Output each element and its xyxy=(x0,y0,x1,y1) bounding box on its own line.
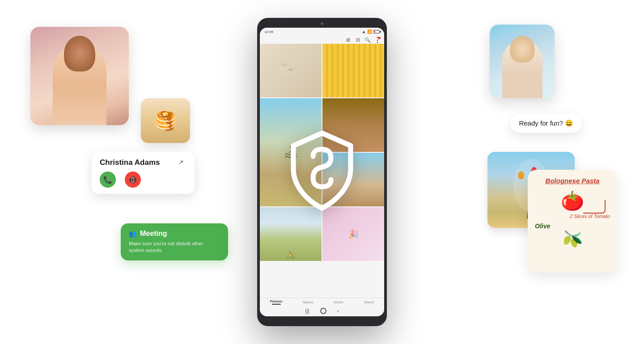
scene: 🥞 Christina Adams ↗ 📞 📵 👥 Meeting Make s… xyxy=(0,0,644,344)
tablet-camera xyxy=(321,22,323,25)
search-icon[interactable]: 🔍 xyxy=(364,37,371,43)
slideshow-icon[interactable]: ⊞ xyxy=(345,37,351,43)
accept-call-button[interactable]: 📞 xyxy=(100,172,116,188)
photo-cyclist[interactable]: 🚴 xyxy=(260,207,322,261)
signal-icon: 📶 xyxy=(367,29,372,34)
call-name: Christina Adams xyxy=(100,158,160,167)
recipe-title: Bolognese Pasta xyxy=(535,177,610,185)
tablet-device: 12:45 ▲ 📶 ⊞ ⊟ 🔍 ⋮ xyxy=(257,18,387,326)
wifi-icon: ▲ xyxy=(362,29,366,34)
tab-stories[interactable]: Stories xyxy=(334,301,343,304)
profile-photo-left xyxy=(30,27,129,125)
message-text: Ready for fun? 😄 xyxy=(519,119,573,127)
status-time: 12:45 xyxy=(264,30,273,34)
recents-nav-button[interactable]: ||| xyxy=(305,308,309,314)
photo-food[interactable]: ☕ xyxy=(260,44,322,97)
tab-albums[interactable]: Albums xyxy=(303,301,313,304)
status-bar: 12:45 ▲ 📶 xyxy=(260,28,384,36)
battery-icon xyxy=(373,30,380,34)
photo-friends-party[interactable]: 🎉 xyxy=(322,207,384,261)
tab-shared[interactable]: Shared xyxy=(364,301,374,304)
status-icons: ▲ 📶 xyxy=(362,29,380,34)
recipe-card: Bolognese Pasta 🍅 2 Slices of Tomato Oli… xyxy=(528,170,617,273)
knox-shield-svg xyxy=(286,128,358,213)
meeting-title: Meeting xyxy=(140,230,167,238)
call-notification: Christina Adams ↗ 📞 📵 xyxy=(92,152,195,194)
decline-call-button[interactable]: 📵 xyxy=(125,172,141,188)
meeting-notification: 👥 Meeting Make sure you're not disturb o… xyxy=(121,223,228,260)
back-nav-button[interactable]: ‹ xyxy=(337,308,339,314)
home-nav-button[interactable] xyxy=(320,308,326,314)
meeting-icon: 👥 xyxy=(129,230,136,237)
tab-pictures[interactable]: Pictures xyxy=(270,300,283,305)
pancakes-photo: 🥞 xyxy=(141,98,190,143)
recipe-olive-label: Olive xyxy=(535,222,610,230)
menu-icon[interactable]: ⋮ xyxy=(374,37,381,43)
meeting-description: Make sure you're not disturb other syste… xyxy=(129,240,220,254)
share-icon[interactable]: ⊟ xyxy=(355,37,361,43)
person-photo-right xyxy=(490,25,555,98)
system-nav: ||| ‹ xyxy=(260,306,384,316)
photo-grid: ☕ 🏖 🚴 🎉 xyxy=(260,44,384,298)
message-bubble: Ready for fun? 😄 xyxy=(511,114,581,133)
knox-shield-overlay xyxy=(286,128,358,213)
photo-yellow[interactable] xyxy=(322,44,384,97)
tablet-screen: 12:45 ▲ 📶 ⊞ ⊟ 🔍 ⋮ xyxy=(260,28,384,316)
gallery-toolbar: ⊞ ⊟ 🔍 ⋮ xyxy=(260,36,384,44)
recipe-tomato-annotation: 2 Slices of Tomato xyxy=(535,214,610,219)
tablet-side-button[interactable] xyxy=(386,71,387,89)
recipe-olive-icon: 🫒 xyxy=(535,230,610,248)
gallery-tabs: Pictures Albums Stories Shared xyxy=(260,298,384,306)
external-link-icon: ↗ xyxy=(178,159,186,167)
